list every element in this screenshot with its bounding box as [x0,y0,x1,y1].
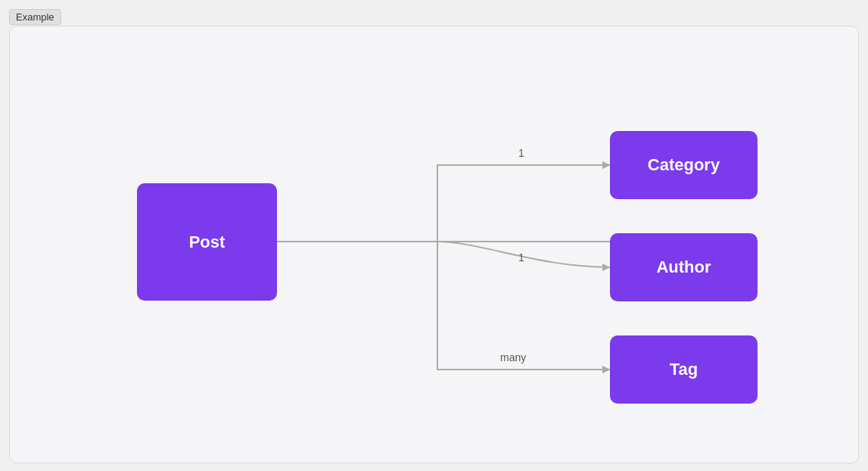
node-tag: Tag [610,335,758,404]
svg-text:many: many [500,351,526,363]
node-tag-label: Tag [670,360,698,379]
example-wrapper: Example [9,9,859,463]
node-category: Category [610,131,758,199]
node-category-label: Category [648,155,720,175]
node-author: Author [610,233,758,301]
node-post: Post [137,183,277,301]
svg-marker-11 [602,264,610,271]
svg-text:1: 1 [518,147,524,159]
diagram-container: 1 1 many Post Category Author Tag [9,26,859,463]
node-author-label: Author [656,257,711,277]
svg-marker-13 [602,366,610,373]
svg-marker-9 [602,161,610,169]
svg-text:1: 1 [518,251,524,264]
node-post-label: Post [189,232,226,252]
svg-marker-3 [602,161,610,169]
svg-marker-6 [602,366,610,373]
example-badge: Example [9,9,61,25]
